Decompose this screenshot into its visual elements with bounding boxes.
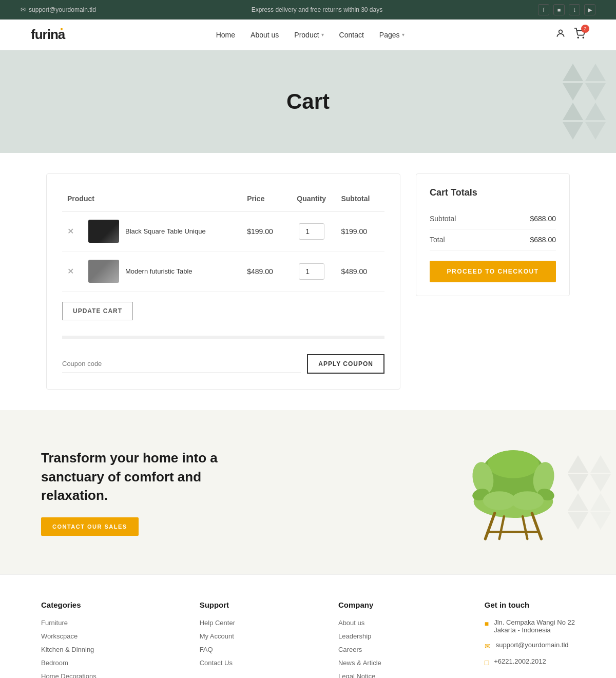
footer-link-decorations[interactable]: Home Decorations	[41, 672, 97, 678]
footer-link-bedroom[interactable]: Bedroom	[41, 659, 68, 667]
product-chevron-icon: ▾	[321, 32, 324, 37]
footer-link-help[interactable]: Help Center	[200, 619, 235, 627]
svg-point-10	[483, 491, 516, 510]
nav-product[interactable]: Product ▾	[294, 31, 323, 39]
pages-chevron-icon: ▾	[402, 32, 405, 37]
svg-point-11	[511, 491, 544, 510]
footer-link-legal[interactable]: Legal Notice	[338, 672, 375, 678]
product-image-2	[88, 260, 119, 283]
footer-email: ✉ support@yourdomain.tld	[485, 641, 575, 650]
footer-link-furniture[interactable]: Furniture	[41, 619, 68, 627]
remove-cell-2: ✕	[62, 251, 83, 292]
footer-link-leadership[interactable]: Leadership	[338, 632, 371, 640]
subtotal-label: Subtotal	[430, 215, 456, 223]
hero-banner: Cart	[0, 50, 616, 153]
subtotal-cell-1: $199.00	[336, 211, 384, 251]
footer-address: ■ Jln. Cempaka Wangi No 22 Jakarta - Ind…	[485, 618, 575, 634]
nav-about[interactable]: About us	[251, 31, 279, 39]
instagram-icon[interactable]: ■	[553, 4, 565, 15]
contact-email-icon: ✉	[485, 642, 491, 650]
main-content: Product Price Quantity Subtotal ✕ Black …	[36, 173, 580, 390]
decorative-triangles	[563, 50, 616, 153]
cart-table: Product Price Quantity Subtotal ✕ Black …	[62, 189, 384, 292]
footer-link-careers[interactable]: Careers	[338, 646, 362, 653]
coupon-input[interactable]	[62, 355, 301, 373]
svg-point-2	[583, 37, 584, 38]
page-title: Cart	[286, 89, 330, 114]
quantity-input-1[interactable]	[299, 223, 324, 240]
remove-item-1-button[interactable]: ✕	[67, 226, 74, 236]
price-cell-1: $199.00	[242, 211, 287, 251]
user-icon[interactable]	[555, 28, 566, 41]
remove-cell-1: ✕	[62, 211, 83, 251]
promo-triangles	[568, 410, 616, 574]
footer: Categories Furniture Workscpace Kitchen …	[0, 574, 616, 678]
cart-icon[interactable]: 2	[574, 28, 585, 42]
promo-text: Transform your home into a sanctuary of …	[41, 449, 267, 535]
top-bar-email: ✉ support@yourdomain.tld	[21, 6, 96, 13]
logo-text: furina	[31, 27, 65, 43]
remove-item-2-button[interactable]: ✕	[67, 266, 74, 276]
price-cell-2: $489.00	[242, 251, 287, 292]
nav-pages[interactable]: Pages ▾	[379, 31, 405, 39]
header: furinȧ Home About us Product ▾ Contact …	[0, 20, 616, 50]
subtotal-cell-2: $489.00	[336, 251, 384, 292]
address-icon: ■	[485, 619, 489, 628]
facebook-icon[interactable]: f	[538, 4, 549, 15]
product-image-1	[88, 220, 119, 243]
footer-link-contactus[interactable]: Contact Us	[200, 659, 233, 667]
checkout-button[interactable]: PROCEED TO CHECKOUT	[430, 261, 556, 282]
footer-categories-heading: Categories	[41, 600, 97, 609]
qty-cell-1	[287, 211, 336, 251]
col-product: Product	[62, 189, 242, 211]
total-row: Total $688.00	[430, 229, 556, 250]
contact-sales-button[interactable]: CONTACT OUR SALES	[41, 517, 139, 536]
product-name-2: Modern futuristic Table	[125, 267, 192, 275]
footer-company-list: About us Leadership Careers News & Artic…	[338, 618, 381, 678]
footer-link-myaccount[interactable]: My Account	[200, 632, 234, 640]
qty-cell-2	[287, 251, 336, 292]
svg-line-13	[532, 513, 541, 539]
chair-illustration	[452, 441, 575, 544]
youtube-icon[interactable]: ▶	[584, 4, 595, 15]
footer-columns: Categories Furniture Workscpace Kitchen …	[41, 600, 575, 678]
footer-support-list: Help Center My Account FAQ Contact Us	[200, 618, 235, 667]
apply-coupon-button[interactable]: APPLY COUPON	[307, 354, 384, 374]
table-row: ✕ Modern futuristic Table $489.00	[62, 251, 384, 292]
logo[interactable]: furinȧ	[31, 27, 65, 43]
update-cart-button[interactable]: UPDATE CART	[62, 302, 133, 320]
email-icon: ✉	[21, 6, 26, 13]
twitter-icon[interactable]: t	[569, 4, 580, 15]
nav-home[interactable]: Home	[216, 31, 235, 39]
promo-heading: Transform your home into a sanctuary of …	[41, 449, 267, 505]
header-icons: 2	[555, 28, 585, 42]
cart-totals-title: Cart Totals	[430, 187, 556, 198]
svg-line-15	[523, 516, 527, 539]
svg-point-1	[578, 37, 579, 38]
footer-link-news[interactable]: News & Article	[338, 659, 381, 667]
footer-link-faq[interactable]: FAQ	[200, 646, 213, 653]
top-bar-socials: f ■ t ▶	[538, 4, 595, 15]
cart-totals-section: Cart Totals Subtotal $688.00 Total $688.…	[416, 173, 570, 296]
product-cell-1: Black Square Table Unique	[83, 211, 242, 251]
col-subtotal: Subtotal	[336, 189, 384, 211]
footer-categories-list: Furniture Workscpace Kitchen & Dinning B…	[41, 618, 97, 678]
footer-phone: □ +6221.2002.2012	[485, 657, 575, 667]
coupon-section: APPLY COUPON	[62, 336, 384, 374]
subtotal-row: Subtotal $688.00	[430, 208, 556, 229]
svg-point-5	[488, 450, 539, 478]
table-row: ✕ Black Square Table Unique $199.00	[62, 211, 384, 251]
total-label: Total	[430, 236, 445, 244]
footer-link-about[interactable]: About us	[338, 619, 364, 627]
footer-company: Company About us Leadership Careers News…	[338, 600, 381, 678]
footer-company-heading: Company	[338, 600, 381, 609]
footer-contact: Get in touch ■ Jln. Cempaka Wangi No 22 …	[485, 600, 575, 678]
nav-contact[interactable]: Contact	[339, 31, 364, 39]
col-quantity: Quantity	[287, 189, 336, 211]
col-price: Price	[242, 189, 287, 211]
top-bar-promo: Express delivery and free returns within…	[252, 6, 382, 13]
quantity-input-2[interactable]	[299, 263, 324, 280]
footer-link-kitchen[interactable]: Kitchen & Dinning	[41, 646, 94, 653]
footer-link-workspace[interactable]: Workscpace	[41, 632, 78, 640]
cart-section: Product Price Quantity Subtotal ✕ Black …	[46, 173, 400, 390]
